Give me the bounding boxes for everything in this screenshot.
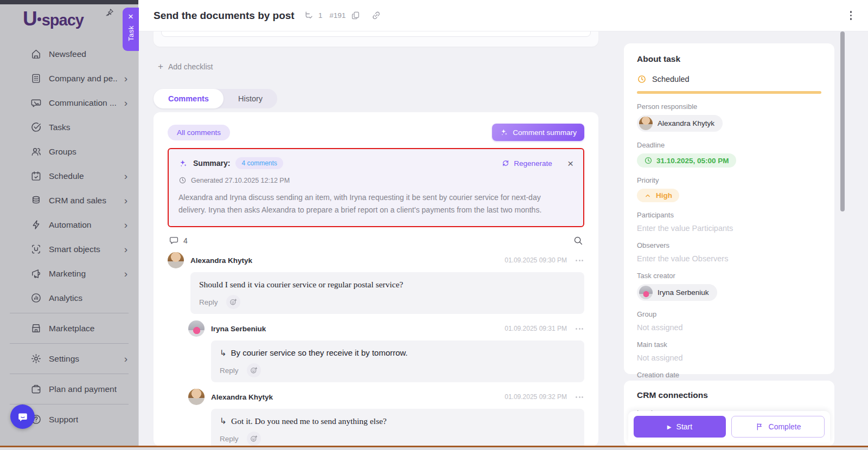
field-label: Person responsible [637,102,821,111]
reply-button[interactable]: Reply [199,298,218,306]
summary-comment-count-badge[interactable]: 4 comments [235,157,283,169]
deadline-pill[interactable]: 31.10.2025, 05:00 PM [637,153,736,168]
chevron-up-icon [644,192,652,200]
comment-author: Alexandra Khytyk [190,256,252,265]
comment-count: 4 [183,236,188,245]
comment-bubble: ↳Got it. Do you need me to send anything… [211,409,584,446]
about-task-panel: About task Scheduled Person responsible … [624,43,834,374]
close-icon[interactable]: × [128,12,133,21]
field-label: Group [637,310,821,318]
support-chat-button[interactable] [10,404,35,429]
avatar[interactable] [188,389,205,405]
avatar[interactable] [188,320,205,337]
all-comments-filter[interactable]: All comments [168,125,230,140]
sidebar-item-settings[interactable]: Settings › [0,346,138,371]
add-reaction-icon[interactable] [247,363,261,377]
comment-menu-icon[interactable] [575,394,584,400]
comment-item: Iryna Serbeniuk 01.09.2025 09:31 PM ↳By … [188,320,584,382]
person-responsible-pill[interactable]: Alexandra Khytyk [637,115,723,132]
link-icon[interactable] [371,10,381,21]
copy-icon[interactable] [350,10,361,21]
chevron-right-icon: › [124,268,127,279]
sidebar-item-groups[interactable]: Groups [0,139,138,164]
status-badge[interactable]: Scheduled [652,75,690,83]
comment-menu-icon[interactable] [575,326,584,332]
group-value[interactable]: Not assigned [637,323,821,332]
flag-icon [755,422,764,431]
scrollbar-thumb[interactable] [840,31,845,211]
kebab-menu-icon[interactable] [848,9,854,22]
comment-bubble: ↳By courier service so they receive it b… [211,340,584,382]
sidebar: Uspacy Newsfeed Company and pe... › Comm… [0,0,139,450]
comment-author: Iryna Serbeniuk [211,325,266,333]
crm-icon [30,195,42,206]
sidebar-item-crm-and-sales[interactable]: CRM and sales › [0,188,138,213]
comment-text: By courier service so they receive it by… [231,348,408,357]
tab-history[interactable]: History [224,89,277,108]
tab-comments[interactable]: Comments [154,89,224,108]
complete-button[interactable]: Complete [731,416,825,438]
task-id: #191 [329,11,346,20]
status-clock-icon [637,74,647,84]
sidebar-item-smart-objects[interactable]: Smart objects › [0,237,138,261]
sidebar-nav: Newsfeed Company and pe... › Communicati… [0,42,138,432]
subtasks-icon[interactable] [303,10,314,21]
sidebar-item-marketplace[interactable]: Marketplace [0,316,138,340]
chevron-right-icon: › [124,171,127,181]
field-label: Priority [637,176,821,184]
reply-button[interactable]: Reply [220,367,239,375]
smart-objects-icon [30,243,42,255]
main-task-value[interactable]: Not assigned [637,353,821,362]
sidebar-item-communication[interactable]: Communication ... › [0,91,138,115]
avatar [639,286,653,299]
automation-icon [30,219,42,230]
comment-summary-button[interactable]: Comment summary [492,124,584,141]
comment-bubble-icon [169,235,179,246]
comments-card: All comments Comment summary Summary: 4 … [154,112,598,446]
close-icon[interactable]: × [567,158,573,169]
chevron-right-icon: › [124,73,127,83]
groups-icon [30,146,42,157]
avatar[interactable] [168,252,184,268]
add-reaction-icon[interactable] [247,432,261,446]
chevron-right-icon: › [124,244,127,254]
communication-icon [30,97,42,108]
chevron-right-icon: › [124,98,127,108]
summary-text: Alexandra and Iryna discuss sending an i… [178,191,573,216]
sidebar-item-tasks[interactable]: Tasks [0,115,138,139]
priority-pill[interactable]: High [637,189,679,202]
task-header: Send the documents by post 1 #191 [138,0,868,31]
field-label: Task creator [637,272,821,280]
field-label: Creation date [637,371,821,379]
start-button[interactable]: ▶ Start [634,416,726,438]
chevron-right-icon: › [124,220,127,230]
settings-icon [30,353,42,364]
play-icon: ▶ [667,424,672,430]
app-root: Uspacy Newsfeed Company and pe... › Comm… [0,0,868,450]
sidebar-item-schedule[interactable]: Schedule › [0,164,138,188]
add-checklist-button[interactable]: + Add checklist [158,61,213,72]
task-creator-pill[interactable]: Iryna Serbeniuk [637,284,717,301]
sidebar-item-plan-and-payment[interactable]: Plan and payment [0,377,138,401]
observers-placeholder[interactable]: Enter the value Observers [637,254,821,263]
sidebar-divider [10,313,129,313]
sidebar-item-marketing[interactable]: Marketing › [0,261,138,286]
comment-menu-icon[interactable] [575,258,584,263]
participants-placeholder[interactable]: Enter the value Participants [637,224,821,233]
marketplace-icon [30,323,42,334]
status-progress-bar [637,91,821,94]
reply-button[interactable]: Reply [220,435,239,443]
add-reaction-icon[interactable] [226,295,240,309]
comment-author: Alexandra Khytyk [211,393,273,401]
pin-icon[interactable] [105,8,114,17]
regenerate-button[interactable]: Regenerate [501,159,552,168]
sparkle-icon [178,159,188,168]
sidebar-item-analytics[interactable]: Analytics [0,286,138,310]
sidebar-item-newsfeed[interactable]: Newsfeed [0,42,138,66]
task-panel-tab[interactable]: × Task [123,8,139,51]
sidebar-item-automation[interactable]: Automation › [0,213,138,237]
comment-item: Alexandra Khytyk 01.09.2025 09:32 PM ↳Go… [188,389,584,446]
search-icon[interactable] [573,235,583,246]
sidebar-item-company-and-people[interactable]: Company and pe... › [0,66,138,91]
plan-payment-icon [30,383,42,395]
